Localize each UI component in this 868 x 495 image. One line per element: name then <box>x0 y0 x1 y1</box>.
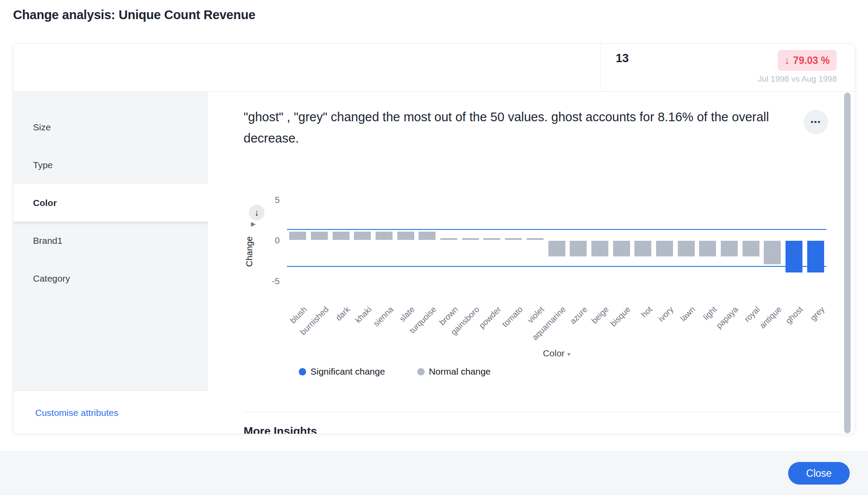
y-axis-tick-label: 0 <box>254 235 280 246</box>
sort-descending-button[interactable]: ↓ <box>249 205 264 220</box>
legend-dot-normal <box>417 368 425 375</box>
change-percent-badge: ↓79.03 % <box>778 50 837 71</box>
sidebar-item-size[interactable]: Size <box>13 108 208 146</box>
bar-ivory[interactable] <box>656 241 673 256</box>
legend-dot-significant <box>299 368 306 375</box>
bar-royal[interactable] <box>743 241 759 256</box>
bar-aquamarine[interactable] <box>548 241 565 256</box>
bar-ghost[interactable] <box>785 241 802 272</box>
customise-attributes-link[interactable]: Customise attributes <box>35 408 118 418</box>
sidebar-item-label: Type <box>33 160 53 170</box>
bar-blush[interactable] <box>289 232 306 240</box>
close-button[interactable]: Close <box>788 462 850 485</box>
legend-label: Normal change <box>429 366 491 377</box>
bar-dark[interactable] <box>333 232 350 240</box>
bar-antique[interactable] <box>764 241 781 264</box>
threshold-line <box>287 229 826 230</box>
sidebar-item-label: Category <box>33 273 70 284</box>
bar-beige[interactable] <box>591 241 608 256</box>
change-analysis-dialog: Change analysis: Unique Count Revenue 13… <box>0 0 868 495</box>
bar-slate[interactable] <box>397 232 414 240</box>
bar-brown[interactable] <box>440 238 457 240</box>
bar-khaki[interactable] <box>354 232 371 240</box>
bar-violet[interactable] <box>527 238 544 240</box>
change-percent-value: 79.03 % <box>793 55 830 66</box>
bar-azure[interactable] <box>570 241 587 256</box>
y-axis-tick-label: 5 <box>254 194 280 206</box>
dialog-footer: Close <box>0 451 868 495</box>
bar-sienna[interactable] <box>376 232 393 240</box>
y-axis-tick-label: -5 <box>254 276 280 287</box>
section-divider <box>244 412 839 412</box>
bar-lawn[interactable] <box>678 241 695 256</box>
more-insights-heading: More Insights <box>244 425 317 434</box>
sidebar-item-label: Color <box>33 198 57 208</box>
down-arrow-icon: ↓ <box>254 208 259 218</box>
legend-label: Significant change <box>310 366 385 377</box>
bar-gainsboro[interactable] <box>462 238 479 240</box>
bar-turquoise[interactable] <box>419 232 436 240</box>
comparison-period-label: Jul 1998 vs Aug 1998 <box>758 74 837 84</box>
legend-item-significant[interactable]: Significant change <box>299 366 385 377</box>
attribute-sidebar: SizeTypeColorBrand1Category Customise at… <box>13 92 208 434</box>
sidebar-footer: Customise attributes <box>13 391 208 434</box>
sidebar-items: SizeTypeColorBrand1Category <box>13 108 208 297</box>
expand-axis-icon[interactable]: ▶ <box>251 220 256 227</box>
bar-papaya[interactable] <box>721 241 738 256</box>
bar-powder[interactable] <box>483 238 500 240</box>
y-axis-title: Change <box>244 226 255 278</box>
sidebar-item-label: Brand1 <box>33 236 63 246</box>
page-title: Change analysis: Unique Count Revenue <box>13 8 255 22</box>
bar-tomato[interactable] <box>505 238 522 240</box>
sidebar-item-type[interactable]: Type <box>13 146 208 184</box>
change-bar-chart: Change ↓ ▶ Color▾ Significant change Nor… <box>208 92 855 434</box>
summary-band: 13 ↓79.03 % Jul 1998 vs Aug 1998 <box>13 44 855 92</box>
sidebar-item-color[interactable]: Color <box>13 184 208 222</box>
band-divider <box>600 44 601 92</box>
bar-light[interactable] <box>699 241 716 256</box>
decrease-arrow-icon: ↓ <box>785 55 790 66</box>
chart-legend: Significant change Normal change <box>299 366 491 377</box>
bar-hot[interactable] <box>634 241 651 256</box>
sidebar-item-category[interactable]: Category <box>13 259 208 297</box>
bar-burnished[interactable] <box>311 232 328 240</box>
threshold-line <box>287 266 826 267</box>
legend-item-normal[interactable]: Normal change <box>417 366 491 377</box>
vertical-scrollbar[interactable] <box>844 93 851 433</box>
analysis-card: 13 ↓79.03 % Jul 1998 vs Aug 1998 SizeTyp… <box>13 43 855 434</box>
change-count-value: 13 <box>616 52 629 65</box>
bar-grey[interactable] <box>807 241 824 272</box>
bar-bisque[interactable] <box>613 241 630 256</box>
main-panel: "ghost" , "grey" changed the most out of… <box>208 92 855 434</box>
sidebar-item-label: Size <box>33 122 51 133</box>
sidebar-item-brand1[interactable]: Brand1 <box>13 222 208 259</box>
